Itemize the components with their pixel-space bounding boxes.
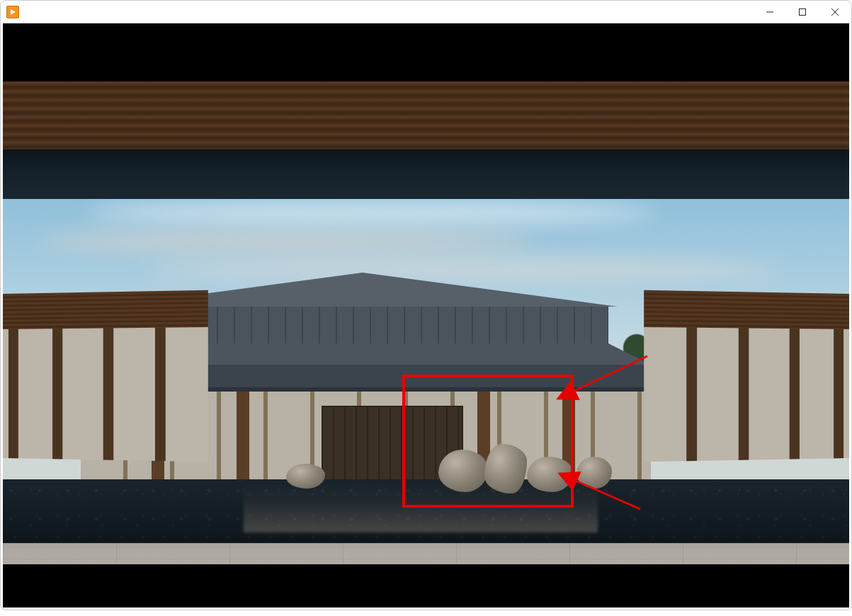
scene-pool: [3, 479, 849, 543]
media-player-window: [0, 0, 852, 610]
scene-foreground-roof: [3, 81, 849, 149]
minimize-icon: [766, 8, 773, 16]
scene-rock: [527, 457, 573, 492]
video-frame: [3, 81, 849, 564]
close-button[interactable]: [819, 1, 851, 23]
scene-rock: [286, 464, 325, 489]
titlebar[interactable]: [1, 1, 851, 23]
scene-left-wing: [3, 290, 208, 462]
video-viewport[interactable]: [3, 23, 849, 608]
window-controls: [754, 1, 851, 23]
scene-floor: [3, 543, 849, 564]
media-player-icon: [6, 6, 19, 18]
maximize-icon: [799, 8, 806, 16]
minimize-button[interactable]: [754, 1, 786, 23]
maximize-button[interactable]: [786, 1, 819, 23]
titlebar-left: [6, 6, 23, 18]
scene-foreground-shadow: [3, 149, 849, 199]
svg-marker-0: [11, 9, 16, 15]
scene-rock: [438, 450, 488, 492]
svg-rect-2: [800, 9, 806, 16]
scene-rock: [484, 444, 527, 494]
scene-right-wing: [644, 290, 849, 462]
close-icon: [831, 8, 839, 16]
scene-rock: [576, 457, 612, 489]
